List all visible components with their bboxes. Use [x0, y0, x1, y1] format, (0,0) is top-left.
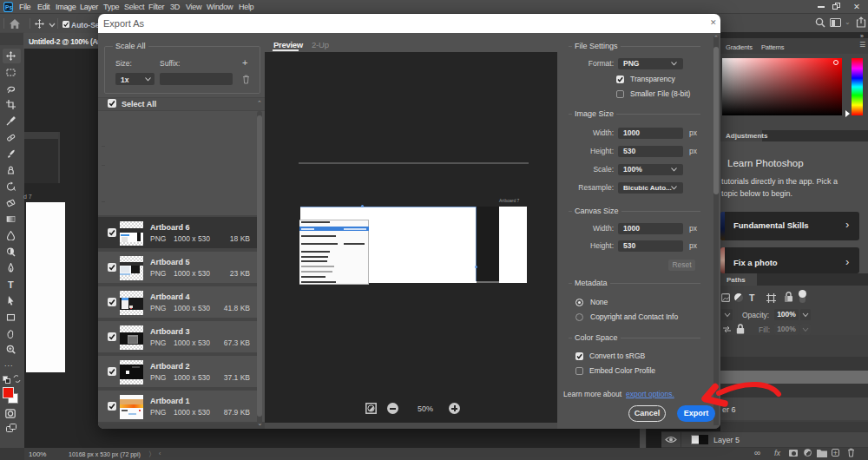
svg-text:Ps: Ps: [5, 4, 12, 10]
svg-text:T: T: [8, 279, 14, 289]
